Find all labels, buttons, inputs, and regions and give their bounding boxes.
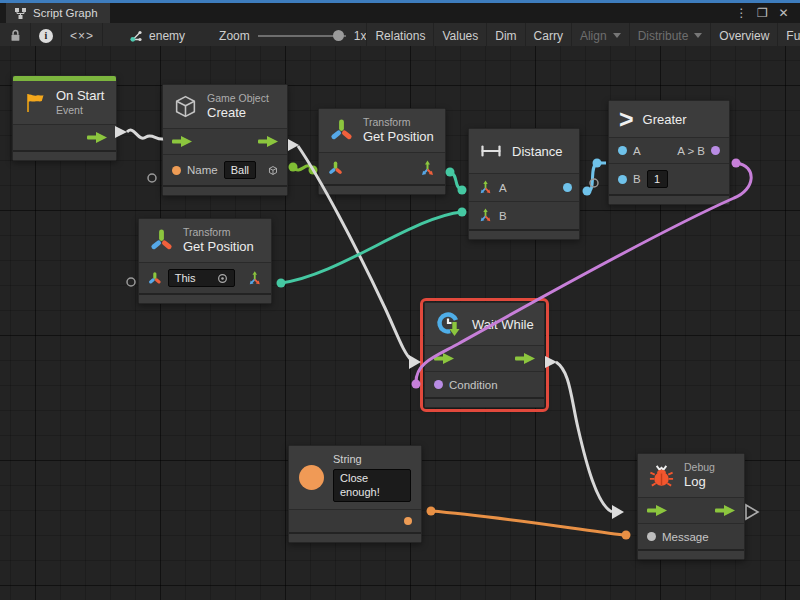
node-title: Get Position bbox=[183, 239, 254, 255]
input-b-row: B bbox=[469, 201, 579, 229]
unconnected-port-hint bbox=[148, 174, 156, 182]
flow-in-port[interactable] bbox=[172, 136, 192, 147]
distribute-label: Distribute bbox=[638, 29, 689, 43]
target-value: This bbox=[175, 272, 196, 284]
node-on-start-event[interactable]: On Start Event bbox=[12, 75, 117, 161]
name-value-field[interactable]: Ball bbox=[224, 161, 256, 179]
input-a-row: A bbox=[469, 173, 579, 201]
transform-icon bbox=[329, 118, 354, 143]
fullscreen-button[interactable]: Full Screen bbox=[777, 23, 800, 48]
relations-button[interactable]: Relations bbox=[366, 23, 433, 48]
game-object-output-port[interactable] bbox=[268, 164, 278, 177]
wire-endpoint-dot bbox=[277, 279, 286, 288]
output-label: A > B bbox=[677, 145, 705, 157]
port-label: B bbox=[633, 173, 641, 185]
wire-endpoint-dot bbox=[458, 208, 467, 217]
graph-canvas[interactable]: On Start Event Game Object bbox=[0, 46, 800, 600]
values-button[interactable]: Values bbox=[433, 23, 486, 48]
condition-input-port[interactable] bbox=[434, 380, 443, 389]
node-title: Log bbox=[684, 474, 715, 490]
dropdown-caret-icon bbox=[694, 33, 702, 38]
node-header: String Close enough! bbox=[289, 446, 421, 509]
node-greater[interactable]: > Greater A A > B B 1 bbox=[608, 100, 730, 205]
lock-icon bbox=[8, 28, 22, 43]
flow-out-port[interactable] bbox=[258, 136, 278, 147]
node-footer bbox=[13, 150, 116, 160]
node-get-position-this[interactable]: Transform Get Position This bbox=[138, 218, 272, 304]
object-picker-icon[interactable] bbox=[217, 273, 228, 284]
bool-output-port[interactable] bbox=[711, 146, 720, 155]
window-maximize-icon[interactable]: ❐ bbox=[754, 6, 771, 20]
wire-endpoint-dot bbox=[412, 380, 421, 389]
node-string-literal[interactable]: String Close enough! bbox=[288, 445, 422, 543]
flow-out-port[interactable] bbox=[87, 132, 107, 143]
graph-reference[interactable]: enemy bbox=[129, 23, 185, 48]
node-title: Distance bbox=[512, 144, 563, 159]
title-bar: Script Graph ⋮ ❐ ✕ bbox=[0, 3, 800, 23]
fullscreen-label: Full Screen bbox=[786, 29, 800, 43]
node-distance[interactable]: Distance A B bbox=[468, 128, 580, 240]
flow-in-port[interactable] bbox=[647, 505, 667, 516]
info-icon: i bbox=[39, 29, 53, 43]
node-debug-log[interactable]: Debug Log Message bbox=[637, 453, 745, 560]
node-create-game-object[interactable]: Game Object Create Name Ball bbox=[162, 84, 288, 196]
input-b-port[interactable] bbox=[618, 175, 627, 184]
zoom-control: Zoom 1x bbox=[219, 23, 366, 48]
node-header: Distance bbox=[469, 129, 579, 173]
wire-end-arrow bbox=[612, 505, 624, 519]
output-port-row bbox=[289, 509, 421, 532]
relations-label: Relations bbox=[375, 29, 425, 43]
node-header: Transform Get Position bbox=[139, 219, 271, 262]
vector3-output-port[interactable] bbox=[247, 270, 262, 287]
input-a-row: A A > B bbox=[609, 137, 729, 163]
node-footer bbox=[609, 194, 729, 204]
wire-flow-onstart-create bbox=[127, 130, 163, 139]
node-title: Get Position bbox=[363, 129, 434, 145]
titlebar-spacer bbox=[110, 3, 733, 23]
overview-button[interactable]: Overview bbox=[710, 23, 777, 48]
message-input-port[interactable] bbox=[647, 532, 656, 541]
lock-button[interactable] bbox=[0, 23, 31, 48]
code-view-button[interactable]: <×> bbox=[62, 23, 103, 48]
flow-out-port[interactable] bbox=[515, 353, 535, 364]
inspect-button[interactable]: i bbox=[31, 23, 62, 48]
distribute-button: Distribute bbox=[629, 23, 711, 48]
tab-title: Script Graph bbox=[33, 7, 98, 19]
node-title: Wait While bbox=[472, 317, 534, 332]
vector3-input-port[interactable] bbox=[478, 180, 493, 195]
flow-out-port[interactable] bbox=[715, 505, 735, 516]
zoom-slider-handle[interactable] bbox=[333, 30, 344, 41]
node-get-position-ball[interactable]: Transform Get Position bbox=[318, 108, 446, 195]
node-category: Transform bbox=[183, 226, 254, 239]
node-wait-while[interactable]: Wait While Condition bbox=[424, 302, 545, 408]
input-a-port[interactable] bbox=[618, 146, 627, 155]
flow-port-row bbox=[638, 497, 744, 523]
carry-button[interactable]: Carry bbox=[525, 23, 571, 48]
zoom-slider[interactable] bbox=[258, 35, 346, 37]
transform-input-port[interactable] bbox=[148, 271, 162, 286]
window-close-icon[interactable]: ✕ bbox=[775, 6, 792, 20]
b-value-field[interactable]: 1 bbox=[647, 170, 668, 188]
target-field[interactable]: This bbox=[168, 269, 235, 287]
string-output-port[interactable] bbox=[404, 517, 412, 525]
float-output-port[interactable] bbox=[563, 183, 572, 192]
wire-endpoint-dot bbox=[583, 187, 592, 196]
string-input-port[interactable] bbox=[172, 166, 181, 175]
zoom-label: Zoom bbox=[219, 29, 250, 43]
vector3-output-port[interactable] bbox=[419, 160, 436, 177]
flow-port-row bbox=[163, 128, 287, 154]
wire-endpoint-dot bbox=[458, 186, 467, 195]
transform-input-port[interactable] bbox=[328, 161, 343, 176]
unconnected-flow-triangle bbox=[746, 505, 758, 519]
node-footer bbox=[425, 397, 544, 407]
bug-icon bbox=[648, 462, 675, 489]
vector3-input-port[interactable] bbox=[478, 208, 493, 223]
dim-button[interactable]: Dim bbox=[486, 23, 524, 48]
window-menu-icon[interactable]: ⋮ bbox=[733, 6, 750, 20]
string-value-field[interactable]: Close enough! bbox=[333, 469, 411, 503]
node-footer bbox=[319, 184, 445, 194]
flow-in-port[interactable] bbox=[434, 353, 454, 364]
port-label: Message bbox=[662, 531, 709, 543]
port-label: Condition bbox=[449, 379, 498, 391]
tab-script-graph[interactable]: Script Graph bbox=[6, 3, 110, 23]
